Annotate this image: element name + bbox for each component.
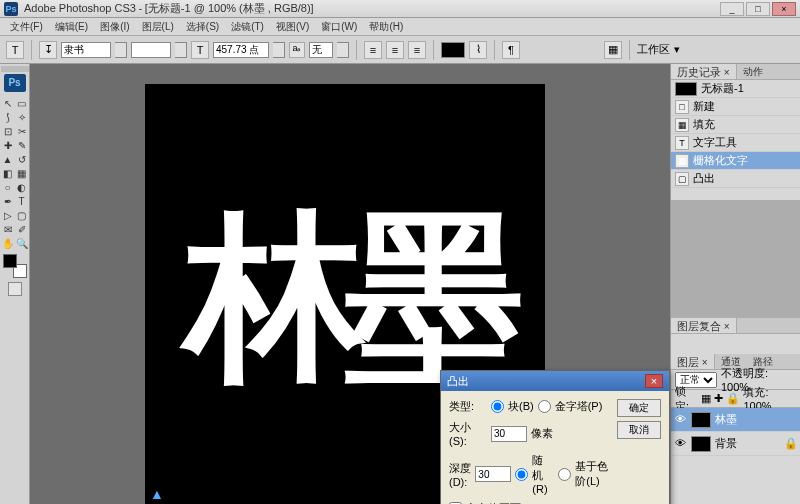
move-tool[interactable]: ↖ <box>1 96 15 110</box>
menu-edit[interactable]: 编辑(E) <box>49 20 94 34</box>
history-step[interactable]: ▢凸出 <box>671 170 800 188</box>
fg-color-swatch[interactable] <box>3 254 17 268</box>
ps-home-icon[interactable]: Ps <box>4 74 26 92</box>
app-logo-icon: Ps <box>4 2 18 16</box>
lock-icon: 🔒 <box>784 437 798 450</box>
menu-help[interactable]: 帮助(H) <box>363 20 409 34</box>
type-pyramid-radio[interactable] <box>538 400 551 413</box>
layer-row[interactable]: 👁 背景 🔒 <box>671 432 800 456</box>
antialias-field[interactable]: 无 <box>309 42 333 58</box>
align-center-icon[interactable]: ≡ <box>386 41 404 59</box>
pen-tool[interactable]: ✒ <box>1 194 15 208</box>
style-dropdown-icon[interactable] <box>175 42 187 58</box>
dialog-close-button[interactable]: × <box>645 374 663 388</box>
character-panel-icon[interactable]: ¶ <box>502 41 520 59</box>
font-size-icon: T <box>191 41 209 59</box>
size-dropdown-icon[interactable] <box>273 42 285 58</box>
titlebar: Ps Adobe Photoshop CS3 - [无标题-1 @ 100% (… <box>0 0 800 18</box>
guide-arrow-icon: ▲ <box>150 486 164 502</box>
depth-input[interactable] <box>475 466 511 482</box>
notes-tool[interactable]: ✉ <box>1 222 15 236</box>
brush-tool[interactable]: ✎ <box>15 138 29 152</box>
antialias-icon: aₐ <box>289 42 305 58</box>
menu-file[interactable]: 文件(F) <box>4 20 49 34</box>
lock-all-icon[interactable]: 🔒 <box>726 392 740 405</box>
type-label: 类型: <box>449 399 487 414</box>
close-button[interactable]: × <box>772 2 796 16</box>
menu-window[interactable]: 窗口(W) <box>315 20 363 34</box>
orientation-icon[interactable]: ↧ <box>39 41 57 59</box>
lasso-tool[interactable]: ⟆ <box>1 110 15 124</box>
text-color-swatch[interactable] <box>441 42 465 58</box>
workspace-label[interactable]: 工作区 <box>637 42 670 57</box>
tab-layercomps[interactable]: 图层复合 × <box>671 318 737 333</box>
menu-view[interactable]: 视图(V) <box>270 20 315 34</box>
font-family-field[interactable]: 隶书 <box>61 42 111 58</box>
heal-tool[interactable]: ✚ <box>1 138 15 152</box>
lock-position-icon[interactable]: ✚ <box>714 392 723 405</box>
zoom-tool[interactable]: 🔍 <box>15 236 29 250</box>
menu-select[interactable]: 选择(S) <box>180 20 225 34</box>
workspace-dropdown-icon[interactable]: ▾ <box>674 43 680 56</box>
menu-layer[interactable]: 图层(L) <box>136 20 180 34</box>
type-tool[interactable]: T <box>15 194 29 208</box>
type-block-radio[interactable] <box>491 400 504 413</box>
options-bar: T ↧ 隶书 T 457.73 点 aₐ 无 ≡ ≡ ≡ ⌇ ¶ ▦ 工作区▾ <box>0 36 800 64</box>
font-style-field[interactable] <box>131 42 171 58</box>
font-size-field[interactable]: 457.73 点 <box>213 42 269 58</box>
depth-label: 深度(D): <box>449 461 471 488</box>
history-step[interactable]: T文字工具 <box>671 134 800 152</box>
depth-random-radio[interactable] <box>515 468 528 481</box>
menu-filter[interactable]: 滤镜(T) <box>225 20 270 34</box>
toolbox: Ps ↖▭ ⟆✧ ⊡✂ ✚✎ ▲↺ ◧▦ ○◐ ✒T ▷▢ ✉✐ ✋🔍 <box>0 64 30 504</box>
minimize-button[interactable]: _ <box>720 2 744 16</box>
history-brush-tool[interactable]: ↺ <box>15 152 29 166</box>
dialog-titlebar[interactable]: 凸出 × <box>441 371 669 391</box>
depth-level-radio[interactable] <box>558 468 571 481</box>
align-left-icon[interactable]: ≡ <box>364 41 382 59</box>
lock-pixels-icon[interactable]: ▦ <box>701 392 711 405</box>
path-tool[interactable]: ▷ <box>1 208 15 222</box>
eyedropper-tool[interactable]: ✐ <box>15 222 29 236</box>
align-right-icon[interactable]: ≡ <box>408 41 426 59</box>
window-title: Adobe Photoshop CS3 - [无标题-1 @ 100% (林墨 … <box>24 1 314 16</box>
stamp-tool[interactable]: ▲ <box>1 152 15 166</box>
tab-history[interactable]: 历史记录 × <box>671 64 737 79</box>
font-dropdown-icon[interactable] <box>115 42 127 58</box>
ok-button[interactable]: 确定 <box>617 399 661 417</box>
marquee-tool[interactable]: ▭ <box>15 96 29 110</box>
extrude-dialog: 凸出 × 类型: 块(B) 金字塔(P) 大小(S): 像素 深度(D): 随机… <box>440 370 670 504</box>
warp-text-icon[interactable]: ⌇ <box>469 41 487 59</box>
visibility-icon[interactable]: 👁 <box>673 437 687 451</box>
cancel-button[interactable]: 取消 <box>617 421 661 439</box>
shape-tool[interactable]: ▢ <box>15 208 29 222</box>
blur-tool[interactable]: ○ <box>1 180 15 194</box>
menu-bar: 文件(F) 编辑(E) 图像(I) 图层(L) 选择(S) 滤镜(T) 视图(V… <box>0 18 800 36</box>
size-input[interactable] <box>491 426 527 442</box>
size-label: 大小(S): <box>449 420 487 447</box>
quickmask-icon[interactable] <box>8 282 22 296</box>
text-tool-icon[interactable]: T <box>6 41 24 59</box>
crop-tool[interactable]: ⊡ <box>1 124 15 138</box>
history-step[interactable]: ▦栅格化文字 <box>671 152 800 170</box>
aa-dropdown-icon[interactable] <box>337 42 349 58</box>
slice-tool[interactable]: ✂ <box>15 124 29 138</box>
layer-row[interactable]: 👁 林墨 <box>671 408 800 432</box>
hand-tool[interactable]: ✋ <box>1 236 15 250</box>
toolbox-grip[interactable] <box>1 66 29 72</box>
maximize-button[interactable]: □ <box>746 2 770 16</box>
history-panel: 无标题-1 □新建 ▦填充 T文字工具 ▦栅格化文字 ▢凸出 <box>671 80 800 200</box>
history-step[interactable]: ▦填充 <box>671 116 800 134</box>
dodge-tool[interactable]: ◐ <box>15 180 29 194</box>
gradient-tool[interactable]: ▦ <box>15 166 29 180</box>
history-snapshot[interactable]: 无标题-1 <box>671 80 800 98</box>
history-step[interactable]: □新建 <box>671 98 800 116</box>
eraser-tool[interactable]: ◧ <box>1 166 15 180</box>
tab-layers[interactable]: 图层 × <box>671 354 715 369</box>
wand-tool[interactable]: ✧ <box>15 110 29 124</box>
color-swatches[interactable] <box>3 254 27 278</box>
visibility-icon[interactable]: 👁 <box>673 413 687 427</box>
menu-image[interactable]: 图像(I) <box>94 20 135 34</box>
tab-actions[interactable]: 动作 <box>737 64 769 79</box>
bridge-icon[interactable]: ▦ <box>604 41 622 59</box>
